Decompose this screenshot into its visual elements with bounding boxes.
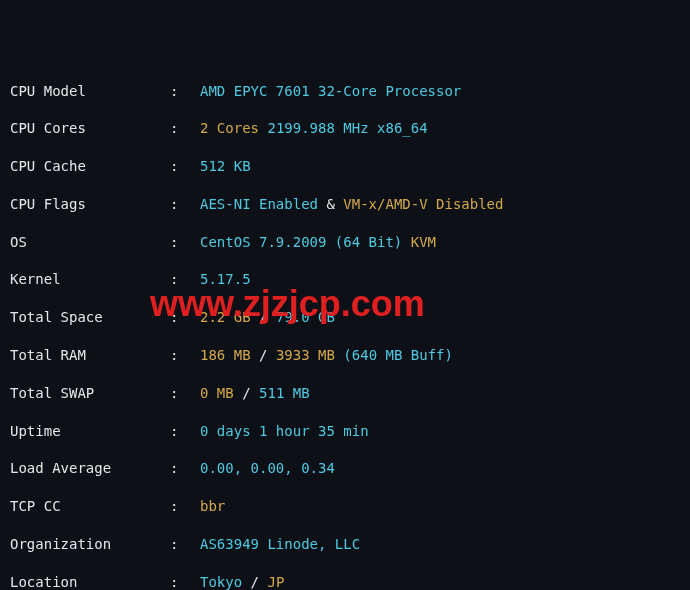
tcp-cc-row: TCP CC: bbr	[10, 497, 680, 516]
total-ram-label: Total RAM	[10, 346, 170, 365]
ram-used: 186 MB	[200, 346, 251, 365]
uptime-value: 0 days 1 hour 35 min	[200, 422, 369, 441]
aes-ni: AES-NI Enabled	[200, 195, 318, 214]
cpu-cores-label: CPU Cores	[10, 119, 170, 138]
uptime-row: Uptime: 0 days 1 hour 35 min	[10, 422, 680, 441]
swap-used: 0 MB	[200, 384, 234, 403]
swap-total: 511 MB	[259, 384, 310, 403]
location-city: Tokyo	[200, 573, 242, 590]
cpu-model-row: CPU Model: AMD EPYC 7601 32-Core Process…	[10, 82, 680, 101]
location-label: Location	[10, 573, 170, 590]
ram-buff: (640 MB Buff)	[343, 346, 453, 365]
tcp-cc-value: bbr	[200, 497, 225, 516]
location-row: Location: Tokyo / JP	[10, 573, 680, 590]
cpu-cache-value: 512 KB	[200, 157, 251, 176]
cpu-flags-row: CPU Flags: AES-NI Enabled & VM-x/AMD-V D…	[10, 195, 680, 214]
load-avg-label: Load Average	[10, 459, 170, 478]
total-space-label: Total Space	[10, 308, 170, 327]
load-avg-value: 0.00, 0.00, 0.34	[200, 459, 335, 478]
org-value: AS63949 Linode, LLC	[200, 535, 360, 554]
total-ram-row: Total RAM: 186 MB / 3933 MB (640 MB Buff…	[10, 346, 680, 365]
kernel-label: Kernel	[10, 270, 170, 289]
cpu-cache-label: CPU Cache	[10, 157, 170, 176]
location-country: JP	[267, 573, 284, 590]
uptime-label: Uptime	[10, 422, 170, 441]
os-name: CentOS 7.9.2009 (64 Bit)	[200, 233, 402, 252]
cpu-model-value: AMD EPYC 7601 32-Core Processor	[200, 82, 461, 101]
watermark: www.zjzjcp.com	[150, 280, 425, 329]
tcp-cc-label: TCP CC	[10, 497, 170, 516]
os-label: OS	[10, 233, 170, 252]
os-virt: KVM	[411, 233, 436, 252]
total-swap-row: Total SWAP: 0 MB / 511 MB	[10, 384, 680, 403]
cpu-model-label: CPU Model	[10, 82, 170, 101]
org-row: Organization: AS63949 Linode, LLC	[10, 535, 680, 554]
cpu-cores-count: 2 Cores	[200, 119, 259, 138]
load-avg-row: Load Average: 0.00, 0.00, 0.34	[10, 459, 680, 478]
cpu-cores-freq: 2199.988 MHz x86_64	[267, 119, 427, 138]
os-row: OS: CentOS 7.9.2009 (64 Bit) KVM	[10, 233, 680, 252]
org-label: Organization	[10, 535, 170, 554]
cpu-cache-row: CPU Cache: 512 KB	[10, 157, 680, 176]
total-swap-label: Total SWAP	[10, 384, 170, 403]
vmx-status: VM-x/AMD-V Disabled	[343, 195, 503, 214]
ram-total: 3933 MB	[276, 346, 335, 365]
cpu-flags-label: CPU Flags	[10, 195, 170, 214]
cpu-cores-row: CPU Cores: 2 Cores 2199.988 MHz x86_64	[10, 119, 680, 138]
